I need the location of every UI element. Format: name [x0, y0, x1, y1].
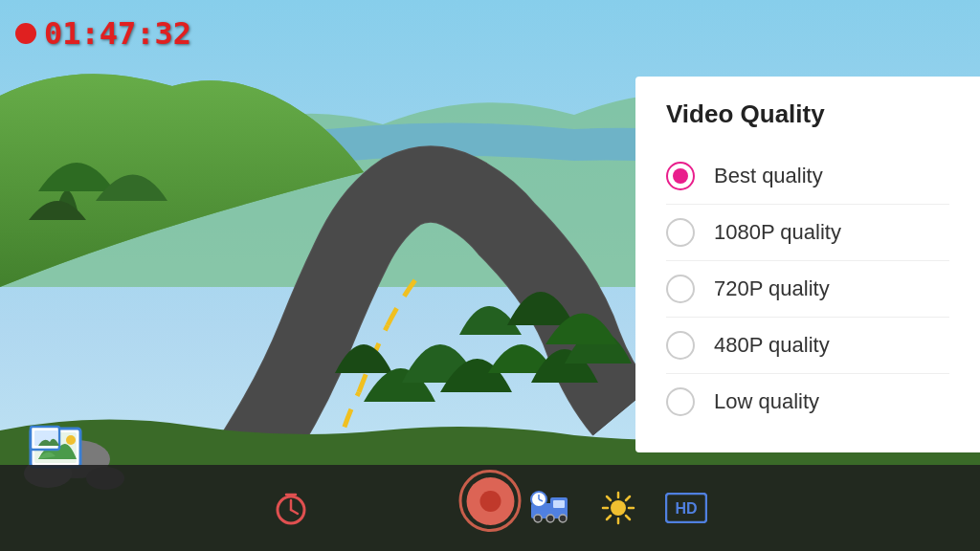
svg-line-29 — [626, 516, 630, 519]
timer-icon-button[interactable] — [273, 490, 309, 526]
svg-line-11 — [291, 510, 298, 514]
recording-dot — [15, 23, 36, 44]
radio-480p[interactable] — [666, 331, 695, 360]
svg-point-18 — [546, 515, 554, 522]
svg-line-28 — [607, 496, 611, 500]
svg-point-19 — [559, 515, 567, 522]
quality-label-low: Low quality — [714, 389, 819, 414]
radio-low[interactable] — [666, 387, 695, 416]
quality-panel: Video Quality Best quality 1080P quality… — [635, 77, 980, 452]
quality-label-720p: 720P quality — [714, 276, 830, 301]
recording-indicator: 01:47:32 — [15, 15, 191, 52]
brightness-icon-button[interactable] — [600, 490, 636, 526]
quality-option-best[interactable]: Best quality — [666, 148, 949, 205]
radio-720p[interactable] — [666, 275, 695, 303]
bottom-toolbar: HD — [0, 465, 980, 551]
svg-line-31 — [607, 516, 611, 519]
recording-timestamp: 01:47:32 — [44, 15, 191, 52]
quality-option-480p[interactable]: 480P quality — [666, 318, 949, 374]
svg-point-23 — [611, 500, 626, 516]
quality-option-720p[interactable]: 720P quality — [666, 261, 949, 318]
svg-point-17 — [534, 515, 542, 522]
svg-text:HD: HD — [675, 500, 697, 517]
svg-rect-16 — [553, 500, 565, 508]
record-button[interactable] — [459, 470, 522, 532]
quality-panel-title: Video Quality — [666, 99, 949, 129]
radio-1080p[interactable] — [666, 218, 695, 247]
dashcam-icon-button[interactable] — [529, 490, 571, 526]
radio-best[interactable] — [666, 162, 695, 190]
quality-label-best: Best quality — [714, 164, 823, 188]
quality-label-1080p: 1080P quality — [714, 220, 841, 245]
hd-icon-button[interactable]: HD — [665, 493, 707, 523]
quality-option-1080p[interactable]: 1080P quality — [666, 205, 949, 261]
svg-point-6 — [66, 435, 76, 445]
svg-line-30 — [626, 496, 630, 500]
quality-label-480p: 480P quality — [714, 333, 830, 358]
quality-option-low[interactable]: Low quality — [666, 374, 949, 430]
